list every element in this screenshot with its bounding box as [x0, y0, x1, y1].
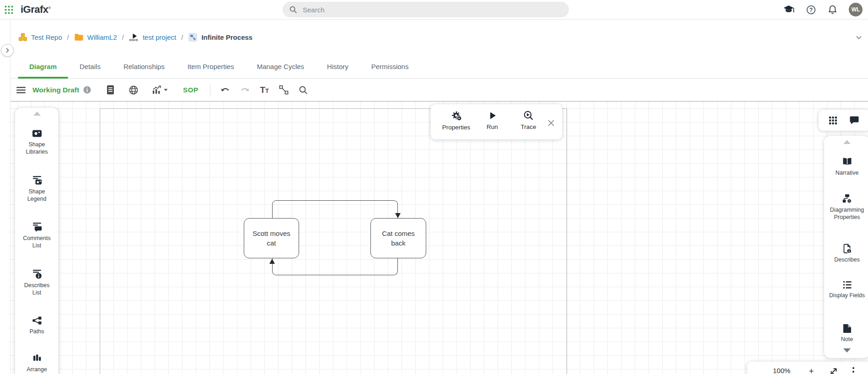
arrange-icon [32, 354, 43, 364]
describes-list-icon [32, 269, 43, 280]
trace-icon [523, 110, 534, 121]
toolbar-divider [210, 84, 210, 96]
tab-item-properties[interactable]: Item Properties [176, 55, 246, 78]
connector-arrowhead-up [269, 259, 275, 264]
right-tools-panel: Narrative Diagramming Properties [824, 136, 868, 358]
process-icon [129, 32, 139, 42]
connector-tool-icon[interactable] [279, 85, 289, 95]
breadcrumb: Test Repo / WilliamL2 / test project / [11, 19, 868, 55]
folder-icon [74, 33, 84, 41]
shape-scott-moves-cat[interactable]: Scott moves cat [244, 218, 299, 258]
text-format-icon[interactable]: TT [260, 85, 269, 94]
breadcrumb-separator: / [67, 33, 69, 41]
tab-relationships[interactable]: Relationships [112, 55, 176, 78]
comments-list-button[interactable]: Comments List [15, 222, 59, 249]
academy-icon[interactable] [783, 4, 795, 15]
page-boundary [100, 108, 567, 374]
global-search[interactable] [283, 2, 569, 17]
scroll-up-icon[interactable] [843, 140, 851, 144]
connector-top-loop[interactable] [272, 200, 398, 218]
tab-details[interactable]: Details [68, 55, 112, 78]
tab-diagram[interactable]: Diagram [18, 55, 68, 78]
chat-icon[interactable] [849, 116, 859, 125]
describes-document-icon [841, 243, 853, 254]
grid-icon[interactable] [829, 116, 837, 125]
diagramming-properties-icon [841, 193, 853, 204]
breadcrumb-separator: / [181, 33, 183, 41]
scroll-up-icon[interactable] [33, 112, 41, 116]
more-options-kebab-icon[interactable] [852, 367, 855, 374]
shape-cat-comes-back[interactable]: Cat comes back [370, 218, 426, 258]
shape-libraries-button[interactable]: Shape Libraries [15, 128, 59, 155]
properties-button[interactable]: Properties [438, 110, 474, 131]
zoom-search-icon[interactable] [299, 85, 308, 95]
note-icon [841, 323, 853, 334]
shape-context-toolbar: Properties Run Trace [431, 104, 562, 139]
performance-chart-icon[interactable] [152, 85, 168, 94]
app-launcher-grid-icon[interactable] [4, 5, 14, 15]
properties-gear-icon [450, 110, 462, 122]
arrange-button[interactable]: Arrange [15, 354, 59, 374]
connector-arrowhead-down [395, 213, 401, 218]
breadcrumb-folder[interactable]: WilliamL2 [74, 33, 117, 41]
repository-icon [18, 32, 27, 42]
notifications-bell-icon[interactable] [827, 5, 838, 15]
close-icon[interactable] [547, 118, 556, 128]
paths-icon [32, 315, 43, 326]
connector-bottom-loop[interactable] [272, 258, 398, 275]
diagramming-properties-button[interactable]: Diagramming Properties [824, 193, 868, 221]
comments-list-icon [32, 222, 43, 233]
display-fields-icon [841, 280, 853, 290]
right-view-toggle [819, 110, 868, 131]
describes-list-button[interactable]: Describes List [15, 269, 59, 296]
redo-icon[interactable] [240, 86, 250, 94]
diagram-icon [188, 32, 198, 42]
undo-icon[interactable] [220, 86, 230, 94]
diagram-toolbar: Working Draft SOP [11, 79, 868, 101]
run-play-icon [487, 110, 498, 121]
search-input[interactable] [302, 5, 563, 14]
igrafx-logo: iGrafx® [21, 4, 51, 16]
shape-legend-button[interactable]: Shape Legend [15, 175, 59, 203]
narrative-book-icon [841, 156, 853, 167]
version-label[interactable]: Working Draft [32, 86, 79, 94]
narrative-button[interactable]: Narrative [824, 156, 868, 177]
item-tabs: Diagram Details Relationships Item Prope… [11, 55, 868, 79]
top-bar: iGrafx® ? [0, 0, 868, 20]
left-tools-panel: Shape Libraries Shape Legend Comments Li… [15, 108, 59, 374]
zoom-control: 100% + [747, 362, 868, 374]
breadcrumb-project[interactable]: test project [129, 32, 176, 42]
display-fields-button[interactable]: Display Fields [824, 280, 868, 299]
chevron-down-icon [163, 88, 168, 92]
describes-button[interactable]: Describes [824, 243, 868, 264]
paths-button[interactable]: Paths [15, 315, 59, 336]
user-avatar[interactable]: WL [849, 3, 863, 16]
scroll-down-icon[interactable] [843, 348, 851, 353]
shape-libraries-icon [32, 128, 43, 139]
breadcrumb-repository[interactable]: Test Repo [18, 32, 62, 42]
tab-permissions[interactable]: Permissions [360, 55, 420, 78]
breadcrumb-separator: / [122, 33, 124, 41]
tab-history[interactable]: History [316, 55, 360, 78]
document-report-icon[interactable] [107, 85, 114, 95]
run-button[interactable]: Run [474, 110, 510, 130]
svg-text:?: ? [809, 6, 813, 13]
search-icon [289, 5, 297, 14]
version-info-icon[interactable] [83, 86, 91, 94]
shape-legend-icon [32, 175, 43, 186]
menu-hamburger-icon[interactable] [16, 86, 26, 94]
breadcrumb-current-item: Infinite Process [188, 32, 252, 42]
breadcrumb-expand-chevron-icon[interactable] [855, 34, 863, 41]
sop-button[interactable]: SOP [183, 86, 198, 94]
header-actions: ? WL [783, 0, 863, 19]
tab-manage-cycles[interactable]: Manage Cycles [246, 55, 316, 78]
help-icon[interactable]: ? [806, 5, 816, 15]
sidebar-collapse-button[interactable] [1, 44, 14, 57]
note-button[interactable]: Note [824, 323, 868, 343]
globe-icon[interactable] [129, 85, 139, 95]
trace-button[interactable]: Trace [510, 110, 547, 130]
diagram-canvas[interactable]: Scott moves cat Cat comes back Propertie… [11, 101, 868, 374]
zoom-in-button[interactable]: + [809, 367, 814, 374]
igrafx-app: { "header": { "logo_text": "iGrafx", "lo… [0, 0, 868, 374]
fit-to-screen-icon[interactable] [829, 367, 838, 374]
